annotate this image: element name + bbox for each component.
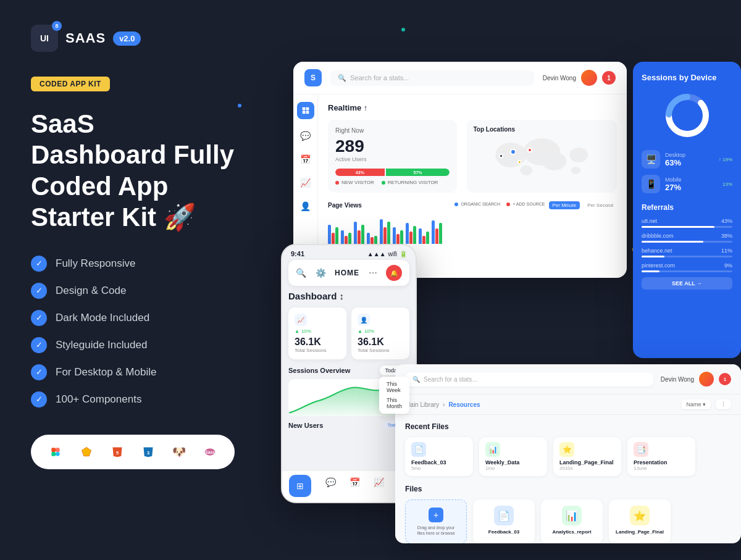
bar-group-4 [380,219,390,244]
ref-item-2: behance.net 11% [642,248,732,257]
realtime-title: Realtime ↑ [328,103,617,112]
fm-username: Devin Wong [661,376,694,383]
svg-rect-10 [306,107,309,111]
search-icon: 🔍 [338,74,346,82]
desktop-label: Desktop [665,152,719,158]
mobile-status-bar: 9:41 ▲▲▲ wifi 🔋 [282,245,416,260]
recent-files-title: Recent Files [405,422,731,431]
recent-file-2[interactable]: ⭐ Landing_Page_Final 2010s [553,437,621,476]
sessions-overview-title: Sessions Overview [288,367,350,374]
fm-search-bar[interactable]: 🔍 Search for a stats... [405,372,653,387]
sidebar-calendar-icon[interactable]: 📅 [299,153,312,166]
fm-actions: Name ▾ ⋮ [681,399,731,409]
mobile-menu-icon[interactable]: ⋯ [369,268,377,278]
legend-green-dot [382,181,385,185]
bar-group-3 [367,233,377,244]
bar-add-0 [332,233,335,244]
bar-organic-1 [341,230,344,244]
bar-organic-2 [354,222,357,244]
right-now-label: Right Now [335,127,450,134]
check-icon-responsive: ✓ [31,256,47,272]
feature-item-desktop-mobile: ✓ For Desktop & Mobile [31,364,235,380]
more-options-button[interactable]: ⋮ [716,399,731,409]
returning-visitor-label: RETURNING VISITOR [388,180,438,185]
mobile-nav-chat[interactable]: 💬 [325,477,336,497]
mobile-stat-2: 👤 ▲10% 36.1K Total Sessions [351,307,409,359]
feature-list: ✓ Fully Responsive ✓ Design & Code ✓ Dar… [31,256,235,407]
svg-text:3: 3 [147,450,149,456]
bar-green-4 [387,222,390,244]
mobile-session-header: Sessions Overview Today ▾ This Week This… [288,366,409,375]
bar-group-2 [354,222,364,244]
fm-breadcrumb: Main Library › Resources Name ▾ ⋮ [395,395,741,415]
mobile-stat-label-2: Total Sessions [358,348,403,353]
bar-organic-8 [432,220,435,244]
page-views-header: Page Views ORGANIC SEARCH + ADD SOURCE [328,201,617,209]
referrals-section: Referrals u8.net 43% dribbble.com 38% be… [642,203,732,290]
tab-per-second[interactable]: Per Second [584,201,617,209]
legend-organic-dot [454,203,458,206]
new-visitor-bar: 43% [335,169,385,176]
file-grid-0[interactable]: 📄 Feedback_03 [473,499,535,543]
sessions-title: Sessions by Device [642,73,732,82]
feature-label-styleguide: Styleguide Included [56,339,147,351]
recent-file-3[interactable]: 📑 Presentation 1June [627,437,695,476]
recent-file-icon-3: 📑 [634,442,648,457]
donut-chart [663,91,712,140]
tab-per-minute[interactable]: Per Minute [549,201,580,209]
bar-add-7 [422,236,425,244]
svg-rect-0 [51,448,56,452]
recent-file-name-1: Weekly_Data [485,459,541,466]
sidebar-user-icon[interactable]: 👤 [299,199,312,213]
svg-point-17 [521,165,533,175]
mobile-info: Mobile 27% [665,177,722,192]
option-this-week[interactable]: This Week [382,379,407,395]
file-grid-name-0: Feedback_03 [488,529,519,535]
check-icon-styleguide: ✓ [31,337,47,353]
desktop-info: Desktop 63% [665,152,719,167]
recent-file-1[interactable]: 📊 Weekly_Data 1mo [479,437,547,476]
ref-bar-2 [642,256,664,257]
mobile-notif-badge[interactable]: 🔔 [386,265,402,281]
active-users-label: Active Users [335,156,450,162]
name-sort-button[interactable]: Name ▾ [681,399,711,409]
fm-notif-badge[interactable]: 1 [719,373,731,385]
legend-add-dot [506,203,510,206]
logo-area: UI 8 SAAS v2.0 [31,25,235,52]
dash-notif-badge[interactable]: 1 [602,71,616,85]
check-icon-desktop-mobile: ✓ [31,364,47,380]
option-this-month[interactable]: This Month [382,395,407,411]
svg-marker-4 [82,447,91,456]
dash-search-bar[interactable]: 🔍 Search for a stats... [330,70,534,86]
fm-header: 🔍 Search for a stats... Devin Wong 1 [395,364,741,395]
file-grid-1[interactable]: 📊 Analytics_report [541,499,603,543]
see-all-button[interactable]: SEE ALL → [642,277,732,290]
mobile-nav-home[interactable]: ⊞ [289,475,311,497]
ref-pct-3: 9% [724,262,732,269]
legend-add: + ADD SOURCE [506,201,545,207]
mobile-stats-row: 📈 ▲10% 36.1K Total Sessions 👤 ▲10% 36.1K… [288,307,409,359]
sidebar-chart-icon[interactable]: 📈 [299,176,312,190]
main-title: SaaS Dashboard Fully Coded App Starter K… [31,109,235,233]
bar-organic-7 [419,228,422,244]
legend-organic: ORGANIC SEARCH [454,201,500,207]
mobile-nav-calendar[interactable]: 📅 [350,477,360,497]
version-badge: v2.0 [113,31,141,46]
svg-point-15 [542,152,567,170]
upload-zone[interactable]: + Drag and drop your files here or brows… [405,499,467,543]
mobile-label: Mobile [665,177,722,183]
svg-point-3 [56,452,60,456]
legend-red-dot [335,181,339,185]
bar-green-7 [426,232,429,244]
breadcrumb-root[interactable]: Main Library [405,401,439,408]
mobile-nav-chart[interactable]: 📈 [374,477,384,497]
sidebar-dashboard-icon[interactable] [297,102,314,119]
file-grid-2[interactable]: ⭐ Landing_Page_Final [609,499,671,543]
mobile-search-icon[interactable]: 🔍 [296,268,306,278]
mobile-settings-icon[interactable]: ⚙️ [316,268,326,278]
sidebar-chat-icon[interactable]: 💬 [299,129,312,143]
recent-file-0[interactable]: 📄 Feedback_03 5mo [405,437,473,476]
recent-file-icon-2: ⭐ [559,442,574,457]
bar-group-6 [406,223,416,244]
file-grid-icon-2: ⭐ [630,506,650,525]
